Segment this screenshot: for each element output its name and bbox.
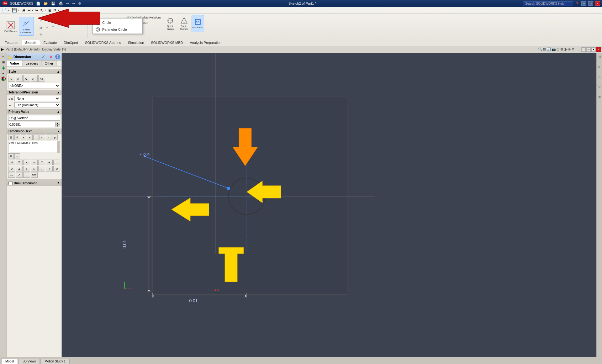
rectangle-button[interactable]	[63, 16, 71, 24]
dim-text-scrollbar[interactable]: ▪	[57, 141, 60, 153]
expand-tree-icon[interactable]: ▶	[1, 47, 4, 51]
sym-rect[interactable]: ▭	[8, 172, 15, 178]
undo-icon[interactable]: ↩	[66, 2, 70, 6]
panel-help-button[interactable]: ?	[55, 54, 60, 59]
ribbon-select[interactable]: ↖	[40, 8, 44, 13]
tab-analysis[interactable]: Analysis Preparation	[187, 40, 225, 45]
view-win3[interactable]: ▲	[591, 47, 596, 52]
help-icon[interactable]: ❓	[575, 2, 579, 6]
tab-mbd[interactable]: SOLIDWORKS MBD	[147, 40, 186, 45]
view-rotate-icon[interactable]: 🔄	[547, 47, 551, 51]
align-v-top[interactable]: ⊤	[38, 160, 45, 165]
view-win2[interactable]: ─	[586, 47, 591, 52]
sym-angle[interactable]: ∠	[16, 166, 23, 171]
viewport[interactable]: 0.01 0.01 Ø04 X Y	[62, 53, 596, 357]
redo-icon[interactable]: ↪	[71, 2, 76, 6]
model-tab-3dviews[interactable]: 3D Views	[18, 359, 40, 364]
fmt-btn-plus[interactable]: +	[21, 135, 26, 140]
ribbon-settings-arrow[interactable]: ▾	[58, 9, 59, 12]
fr-icon-1[interactable]: ◁	[597, 54, 602, 59]
save-icon[interactable]: 💾	[50, 2, 56, 6]
tab-leaders[interactable]: Leaders	[23, 61, 42, 66]
convert-button[interactable]: ↔	[44, 25, 50, 31]
model-tab-motion[interactable]: Motion Study 1	[40, 359, 70, 364]
titlebar-minimize[interactable]: ─	[581, 1, 586, 6]
value-up-arrow[interactable]: ▲	[55, 122, 60, 124]
fr-icon-4[interactable]: ▽	[597, 84, 602, 89]
fr-icon-5[interactable]: ⊕	[597, 94, 602, 99]
open-icon[interactable]: 📂	[43, 2, 49, 6]
select-icon[interactable]: ↖	[1, 54, 6, 59]
model-tab-model[interactable]: Model	[1, 359, 18, 364]
view-win1[interactable]: □	[581, 47, 586, 52]
value-down-arrow[interactable]: ▼	[55, 124, 60, 127]
primary-value-input[interactable]	[8, 122, 60, 127]
ribbon-undo-arrow[interactable]: ▾	[32, 9, 33, 12]
color-icon[interactable]	[1, 76, 6, 81]
quick-snaps-button[interactable]: Quick Snaps	[164, 15, 177, 32]
line-button[interactable]	[38, 16, 46, 24]
circle-menu-item[interactable]: Circle	[93, 19, 142, 26]
align-right[interactable]: ⫸	[23, 160, 30, 165]
smart-dimension-button[interactable]: D Smart Dimension	[19, 17, 34, 36]
new-icon[interactable]: 📄	[35, 2, 41, 6]
ribbon-redo[interactable]: ↪	[34, 8, 39, 13]
align-center[interactable]: ☰	[16, 160, 23, 165]
dual-dim-checkbox[interactable]	[8, 181, 13, 185]
view-section-icon[interactable]: ⊞	[560, 47, 563, 51]
style-dropdown[interactable]: <NONE>	[8, 83, 60, 88]
ribbon-print[interactable]: 🖨	[21, 8, 26, 13]
style-btn-3[interactable]: A	[23, 75, 30, 82]
style-btn-2[interactable]: A	[16, 75, 23, 82]
view-orient-icon[interactable]: 📷	[552, 47, 556, 51]
style-btn-4[interactable]: A	[31, 75, 38, 82]
fr-icon-2[interactable]: ▷	[597, 64, 602, 69]
panel-ok-button[interactable]: ✓	[40, 54, 47, 60]
style-section-header[interactable]: Style ▲	[7, 69, 61, 74]
primary-value-section-header[interactable]: Primary Value ▲	[7, 109, 61, 114]
ribbon-new[interactable]: 📄	[1, 8, 8, 13]
offset-button[interactable]: ⊡	[38, 25, 44, 31]
sym-check[interactable]: ✓	[16, 172, 23, 178]
ribbon-more[interactable]: ⊞	[48, 8, 52, 13]
tab-sketch[interactable]: Sketch	[22, 40, 40, 45]
view-win4[interactable]: ✕	[596, 47, 601, 52]
sketch-fillet-button[interactable]: ⌒	[50, 25, 56, 31]
tab-evaluate[interactable]: Evaluate	[40, 40, 61, 45]
sym-plus-minus[interactable]: ±	[23, 166, 30, 171]
align-v-bot[interactable]: ⊥	[53, 160, 60, 165]
sym-up[interactable]: ↑	[46, 166, 53, 171]
view-settings-icon[interactable]: ⚙	[572, 47, 575, 51]
view-more-icon[interactable]: …	[575, 48, 579, 51]
grid-icon[interactable]: ⊞	[1, 60, 6, 65]
tree-icon[interactable]: 🌲	[1, 65, 6, 70]
fr-icon-3[interactable]: △	[597, 74, 602, 79]
spline-button[interactable]	[72, 16, 80, 24]
align-justify[interactable]: ≡	[31, 160, 38, 165]
tab-dimxpert[interactable]: DimXpert	[60, 40, 82, 45]
fmt-btn-link[interactable]: ⟨⟩	[8, 153, 14, 159]
fmt-btn-degree[interactable]: °	[33, 135, 39, 140]
tolerance-section-header[interactable]: Tolerance/Precision ▲	[7, 90, 61, 95]
zoom-area-icon[interactable]: ⊡	[543, 47, 546, 51]
dual-dim-section-header[interactable]: Dual Dimension ▼	[7, 179, 61, 186]
ribbon-settings[interactable]: ⚙	[53, 8, 57, 12]
align-v-mid[interactable]: ⊕	[46, 160, 53, 165]
titlebar-maximize[interactable]: □	[588, 1, 593, 6]
ribbon-save[interactable]: 💾	[11, 8, 18, 13]
trim-button[interactable]: ✂	[80, 16, 86, 24]
sym-diam[interactable]: Ø	[8, 166, 15, 171]
align-left[interactable]: ⫷	[8, 160, 15, 165]
tolerance-dropdown[interactable]: None	[14, 96, 60, 101]
sym-custom[interactable]: ⊙	[53, 166, 60, 171]
tab-simulation[interactable]: Simulation	[124, 40, 147, 45]
titlebar-close[interactable]: ✕	[595, 1, 600, 6]
zoom-icon[interactable]: 🔍	[538, 47, 542, 51]
fmt-btn-minus[interactable]: −	[27, 135, 33, 140]
precision-dropdown[interactable]: .12 (Document)	[14, 102, 60, 108]
view-3d-icon[interactable]: ⬡	[557, 47, 560, 51]
style-btn-5[interactable]: Aa	[38, 75, 45, 82]
circle-tool-button[interactable]	[55, 16, 63, 24]
ribbon-save-arrow[interactable]: ▾	[18, 9, 19, 12]
tab-addins[interactable]: SOLIDWORKS Add-Ins	[82, 40, 124, 45]
